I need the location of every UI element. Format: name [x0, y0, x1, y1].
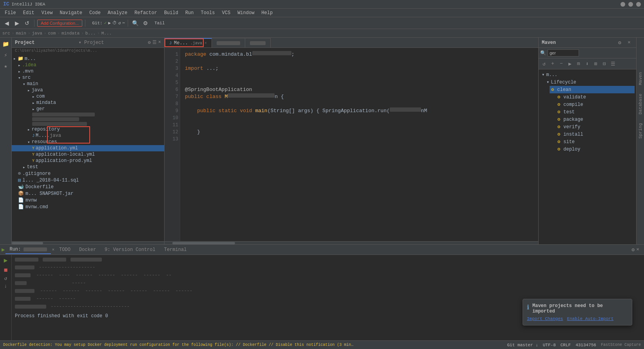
tree-item-dockerfile[interactable]: 🐋 Dockerfile — [12, 184, 164, 190]
run-scroll-btn[interactable]: ↓ — [4, 283, 7, 289]
tree-item-repository[interactable]: ▸ repository — [12, 126, 164, 133]
tree-item-root[interactable]: ▸ 📁 m... — [12, 55, 164, 62]
panel-gear-icon[interactable]: ☰ — [152, 40, 157, 45]
add-configuration-button[interactable]: Add Configuration... — [37, 20, 82, 27]
menu-file[interactable]: File — [2, 9, 19, 16]
maven-goal-clean[interactable]: ⚙ clean — [550, 86, 635, 93]
maven-download-btn[interactable]: ⬇ — [583, 60, 591, 68]
run-stop-btn[interactable]: ◼ — [4, 266, 8, 274]
spring-sidebar-tab[interactable]: Spring — [637, 120, 644, 142]
tree-item-idea[interactable]: ▸ .idea — [12, 62, 164, 68]
project-scrollbar-h[interactable] — [12, 241, 164, 244]
tab-vcs[interactable]: 9: Version Control — [101, 245, 159, 254]
maven-refresh-btn[interactable]: ↺ — [540, 60, 548, 68]
tab-todo[interactable]: TODO — [55, 245, 74, 254]
maven-lifecycle-item[interactable]: ▾ Lifecycle — [545, 78, 635, 86]
menu-navigate[interactable]: Navigate — [56, 9, 85, 16]
tree-item-main[interactable]: ▾ main — [12, 81, 164, 87]
bottom-close-icon[interactable]: × — [636, 247, 639, 253]
search-button[interactable]: 🔍 — [131, 19, 139, 27]
tab-run[interactable]: Run: — [5, 245, 51, 254]
panel-settings-icon[interactable]: ⚙ — [148, 40, 151, 45]
menu-refactor[interactable]: Refactor — [131, 9, 160, 16]
refresh-button[interactable]: ↺ — [23, 19, 31, 27]
tree-item-gitignore[interactable]: ⊙ .gitignore — [12, 170, 164, 177]
nav-src[interactable]: src — [2, 31, 10, 36]
editor-tab-2[interactable] — [212, 38, 245, 47]
maven-sidebar-tab[interactable]: Maven — [637, 69, 644, 88]
maven-expand-btn[interactable]: ⊞ — [592, 60, 600, 68]
maven-goal-package[interactable]: ⚙ package — [550, 116, 635, 123]
menu-tools[interactable]: Tools — [198, 9, 218, 16]
tab-terminal[interactable]: Terminal — [160, 245, 191, 254]
run-play-icon[interactable]: ▶ — [2, 246, 5, 253]
menu-view[interactable]: View — [38, 9, 56, 16]
tree-item-java[interactable]: ▸ java — [12, 87, 164, 93]
nav-java[interactable]: java — [32, 31, 42, 36]
maximize-button[interactable] — [628, 2, 633, 7]
minimize-button[interactable] — [620, 2, 625, 7]
editor-tab-3[interactable] — [245, 38, 271, 47]
nav-b[interactable]: b... — [85, 31, 96, 36]
tab-run-close[interactable]: × — [52, 247, 54, 252]
maven-goal-validate[interactable]: ⚙ validate — [550, 93, 635, 101]
run-restart-btn[interactable]: ↺ — [4, 275, 7, 282]
menu-run[interactable]: Run — [182, 9, 197, 16]
maven-m-btn[interactable]: m — [575, 60, 582, 68]
maven-filter-btn[interactable]: ☰ — [609, 60, 617, 68]
nav-mindata[interactable]: mindata — [62, 31, 80, 36]
tree-item-mvnw[interactable]: 📄 mvnw — [12, 197, 164, 204]
maven-run-btn[interactable]: ▶ — [566, 60, 574, 68]
import-changes-link[interactable]: Import Changes — [527, 316, 563, 321]
maven-settings-icon[interactable]: ⚙ — [616, 39, 624, 47]
menu-window[interactable]: Window — [234, 9, 257, 16]
maven-goal-test[interactable]: ⚙ test — [550, 108, 635, 116]
back-button[interactable]: ◀ — [2, 19, 11, 27]
close-button[interactable] — [636, 2, 641, 7]
tree-item-m-java[interactable]: J M... .java — [12, 133, 164, 139]
tree-item-ger[interactable]: ▸ ger — [12, 106, 164, 112]
maven-tree-root[interactable]: ▾ m... — [540, 71, 635, 78]
structure-icon[interactable]: ⚡ — [1, 50, 11, 60]
code-content[interactable]: package com.mindata.bl; import ...; @Spr… — [180, 48, 538, 241]
editor-scrollbar-h[interactable] — [165, 241, 538, 244]
menu-build[interactable]: Build — [161, 9, 181, 16]
enable-auto-import-link[interactable]: Enable Auto-Import — [567, 316, 613, 321]
settings-button[interactable]: ⚙ — [141, 19, 150, 27]
line-ending-label[interactable]: CRLF — [561, 343, 571, 347]
tree-item-jar[interactable]: 📦 m... SNAPSHOT.jar — [12, 190, 164, 197]
maven-collapse-btn[interactable]: ⊟ — [601, 60, 608, 68]
maven-remove-btn[interactable]: − — [557, 60, 565, 68]
tree-item-mindata[interactable]: ▸ mindata — [12, 100, 164, 106]
tree-item-application-yml[interactable]: Y application.yml — [12, 145, 164, 151]
panel-close-icon[interactable]: × — [158, 40, 161, 45]
tree-item-src[interactable]: ▾ src — [12, 75, 164, 81]
tree-item-com[interactable]: ▸ com — [12, 93, 164, 100]
nav-main[interactable]: main — [16, 31, 26, 36]
tree-item-sql[interactable]: ▤ l... _2018-04-11.sql — [12, 177, 164, 184]
maven-close-icon[interactable]: × — [625, 39, 633, 47]
menu-code[interactable]: Code — [86, 9, 104, 16]
tree-item-mvn[interactable]: ▸ .mvn — [12, 68, 164, 75]
maven-goal-compile[interactable]: ⚙ compile — [550, 101, 635, 108]
maven-goal-install[interactable]: ⚙ install — [550, 131, 635, 138]
maven-goal-deploy[interactable]: ⚙ deploy — [550, 145, 635, 153]
editor-tab-main[interactable]: J Me... .java × — [165, 38, 212, 47]
bottom-settings-icon[interactable]: ⚙ — [631, 247, 635, 253]
maven-goal-site[interactable]: ⚙ site — [550, 138, 635, 145]
maven-goal-verify[interactable]: ⚙ verify — [550, 123, 635, 131]
tree-item-test[interactable]: ▸ test — [12, 164, 164, 170]
forward-button[interactable]: ▶ — [13, 19, 21, 27]
tree-item-application-local-yml[interactable]: Y application-local.yml — [12, 151, 164, 158]
menu-help[interactable]: Help — [258, 9, 276, 16]
tree-item-application-prod-yml[interactable]: Y application-prod.yml — [12, 158, 164, 164]
project-icon[interactable]: 📁 — [1, 39, 11, 49]
nav-com[interactable]: com — [48, 31, 56, 36]
tree-item-resources[interactable]: ▾ resources — [12, 139, 164, 145]
maven-search-input[interactable] — [548, 49, 579, 56]
tree-item-mvnw-cmd[interactable]: 📄 mvnw.cmd — [12, 204, 164, 210]
tab-docker[interactable]: Docker — [75, 245, 100, 254]
menu-analyze[interactable]: Analyze — [105, 9, 130, 16]
menu-edit[interactable]: Edit — [20, 9, 38, 16]
encoding-label[interactable]: UTF-8 — [543, 343, 556, 347]
